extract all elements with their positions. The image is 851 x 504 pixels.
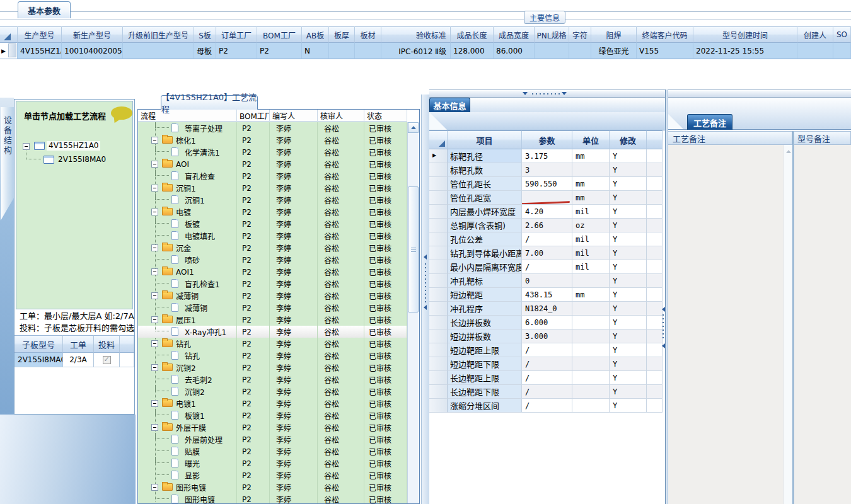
param-row[interactable]: 内层最小焊环宽度 4.20 mil Y [429, 205, 663, 219]
expand-toggle[interactable] [151, 244, 158, 251]
flow-step-cell[interactable]: 棕化1 [138, 134, 237, 146]
row-selector[interactable] [429, 246, 448, 260]
flow-row[interactable]: 沉铜1 P2 李婷 谷松 已审核 [138, 194, 407, 206]
writer-cell[interactable]: 李婷 [270, 134, 318, 146]
flow-step-cell[interactable]: 沉铜2 [138, 362, 237, 374]
status-cell[interactable]: 已审核 [364, 326, 407, 338]
column-header[interactable]: PNL规格 [535, 26, 569, 43]
flow-step-label[interactable]: AOI1 [176, 268, 194, 277]
flow-row[interactable]: 板镀 P2 李婷 谷松 已审核 [138, 218, 407, 230]
feed-checkbox[interactable] [103, 356, 111, 364]
flow-step-cell[interactable]: X-Ray冲孔1 [138, 326, 237, 338]
writer-cell[interactable]: 李婷 [270, 469, 318, 481]
param-modify-cell[interactable]: Y [610, 385, 647, 399]
collapse-down-icon[interactable] [523, 92, 528, 95]
param-item-cell[interactable]: 长边拼板数 [448, 316, 522, 329]
column-header[interactable]: 阻焊 [591, 26, 637, 43]
expand-toggle[interactable] [151, 400, 158, 407]
bom-factory-cell[interactable]: P2 [237, 206, 270, 218]
flow-step-label[interactable]: 钻孔 [185, 350, 200, 361]
flow-step-cell[interactable]: 化学清洗1 [138, 146, 237, 158]
param-modify-cell[interactable]: Y [610, 302, 647, 316]
status-cell[interactable]: 已审核 [364, 230, 407, 242]
column-header[interactable]: 新生产型号 [62, 26, 123, 43]
column-header[interactable]: SO [833, 26, 851, 43]
column-header[interactable]: 投料 [94, 335, 120, 353]
flow-step-cell[interactable]: 沉金 [138, 242, 237, 254]
row-selector[interactable] [429, 149, 448, 163]
param-value-cell[interactable]: 590.550 [522, 177, 572, 191]
status-cell[interactable]: 已审核 [364, 302, 407, 314]
param-unit-cell[interactable] [572, 274, 610, 288]
param-value-cell[interactable]: 3.175 [522, 149, 572, 163]
flow-row[interactable]: 电镀 P2 李婷 谷松 已审核 [138, 206, 407, 218]
flow-row[interactable]: X-Ray冲孔1 P2 李婷 谷松 已审核 [138, 326, 407, 338]
flow-step-label[interactable]: 图形电镀 [185, 494, 215, 504]
param-item-cell[interactable]: 管位孔距宽 [448, 191, 522, 205]
param-row[interactable]: 短边靶距 438.15 mm Y [429, 288, 663, 302]
column-header[interactable]: AB板 [302, 26, 329, 43]
flow-row[interactable]: 盲孔检查 P2 李婷 谷松 已审核 [138, 170, 407, 182]
auditor-cell[interactable]: 谷松 [318, 338, 364, 350]
param-value-cell[interactable]: / [522, 385, 572, 399]
auditor-cell[interactable]: 谷松 [318, 445, 364, 457]
flow-row[interactable]: 盲孔检查1 P2 李婷 谷松 已审核 [138, 278, 407, 290]
flow-row[interactable]: 图形电镀 P2 李婷 谷松 已审核 [138, 481, 407, 493]
flow-row[interactable]: 等离子处理 P2 李婷 谷松 已审核 [138, 122, 407, 134]
param-item-cell[interactable]: 短边靶距 [448, 288, 522, 302]
param-item-cell[interactable]: 标靶孔数 [448, 163, 522, 177]
status-cell[interactable]: 已审核 [364, 481, 407, 493]
param-value-cell[interactable]: 2.66 [522, 219, 572, 232]
flow-row[interactable]: 图形电镀 P2 李婷 谷松 已审核 [138, 493, 407, 504]
flow-step-cell[interactable]: 电镀 [138, 206, 237, 218]
flow-step-label[interactable]: 显影 [185, 470, 200, 481]
auditor-cell[interactable]: 谷松 [318, 170, 364, 182]
row-selector[interactable]: ▶ [0, 43, 18, 59]
writer-cell[interactable]: 李婷 [270, 314, 318, 326]
flow-step-label[interactable]: 减薄铜 [185, 302, 207, 313]
param-row[interactable]: 涨缩分堆区间 / Y [429, 399, 663, 413]
bom-factory-cell[interactable]: P2 [237, 302, 270, 314]
param-value-cell[interactable]: / [522, 371, 572, 385]
bom-factory-cell[interactable]: P2 [237, 314, 270, 326]
auditor-cell[interactable]: 谷松 [318, 433, 364, 445]
param-value-cell[interactable]: / [522, 260, 572, 274]
auditor-cell[interactable]: 谷松 [318, 206, 364, 218]
flow-step-cell[interactable]: 等离子处理 [138, 122, 237, 134]
row-selector[interactable] [429, 316, 448, 329]
flow-row[interactable]: 沉铜2 P2 李婷 谷松 已审核 [138, 362, 407, 374]
param-row[interactable]: 长边靶距下限 / Y [429, 385, 663, 399]
param-modify-cell[interactable]: Y [610, 163, 647, 177]
param-row[interactable]: 长边拼板数 6.000 Y [429, 316, 663, 329]
bom-factory-cell[interactable]: P2 [237, 278, 270, 290]
flow-row[interactable]: 减薄铜 P2 李婷 谷松 已审核 [138, 290, 407, 302]
flow-step-label[interactable]: 棕化1 [176, 135, 196, 146]
auditor-cell[interactable]: 谷松 [318, 469, 364, 481]
writer-cell[interactable]: 李婷 [270, 433, 318, 445]
status-cell[interactable]: 已审核 [364, 493, 407, 504]
auditor-cell[interactable]: 谷松 [318, 481, 364, 493]
param-modify-cell[interactable]: Y [610, 246, 647, 260]
param-unit-cell[interactable] [572, 302, 610, 316]
auditor-cell[interactable]: 谷松 [318, 493, 364, 504]
cell[interactable]: 86.000 [494, 43, 535, 59]
flow-step-cell[interactable]: 沉铜2 [138, 386, 237, 398]
column-header[interactable]: 板材 [355, 26, 381, 43]
auditor-cell[interactable]: 谷松 [318, 326, 364, 338]
param-modify-cell[interactable]: Y [610, 191, 647, 205]
flow-step-label[interactable]: 图形电镀 [176, 482, 206, 493]
flow-step-cell[interactable]: 贴膜 [138, 445, 237, 457]
row-selector[interactable] [429, 205, 448, 219]
status-cell[interactable]: 已审核 [364, 206, 407, 218]
status-cell[interactable]: 已审核 [364, 374, 407, 386]
auditor-cell[interactable]: 谷松 [318, 278, 364, 290]
column-header[interactable]: 状态 [364, 110, 407, 121]
param-modify-cell[interactable]: Y [610, 343, 647, 357]
expand-toggle[interactable] [151, 292, 158, 299]
flow-step-label[interactable]: 沉铜1 [185, 195, 205, 205]
status-cell[interactable]: 已审核 [364, 398, 407, 410]
auditor-cell[interactable]: 谷松 [318, 398, 364, 410]
auditor-cell[interactable]: 谷松 [318, 314, 364, 326]
status-cell[interactable]: 已审核 [364, 421, 407, 433]
cell[interactable] [569, 43, 591, 59]
